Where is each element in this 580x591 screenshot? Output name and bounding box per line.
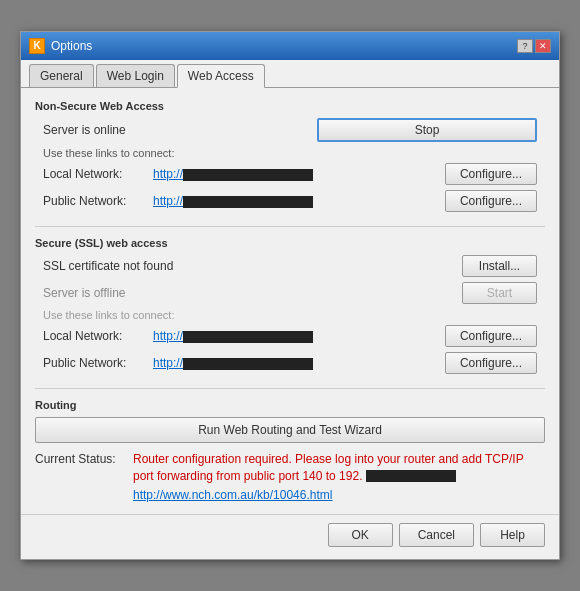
divider-1 xyxy=(35,226,545,227)
ssl-public-link[interactable]: http:// xyxy=(153,356,313,370)
routing-status-text: Router configuration required. Please lo… xyxy=(133,452,523,483)
configure-local-button[interactable]: Configure... xyxy=(445,163,537,185)
ssl-links-label: Use these links to connect: xyxy=(43,309,537,321)
configure-public-button[interactable]: Configure... xyxy=(445,190,537,212)
ssl-cert-label: SSL certificate not found xyxy=(43,259,243,273)
public-network-label: Public Network: xyxy=(43,194,153,208)
title-bar: K Options ? ✕ xyxy=(21,32,559,60)
divider-2 xyxy=(35,388,545,389)
local-network-link[interactable]: http:// xyxy=(153,167,313,181)
ssl-public-row: Public Network: http:// Configure... xyxy=(43,352,537,374)
tab-weblogin[interactable]: Web Login xyxy=(96,64,175,87)
local-network-row: Local Network: http:// Configure... xyxy=(43,163,537,185)
server-status-label: Server is online xyxy=(43,123,153,137)
ok-button[interactable]: OK xyxy=(328,523,393,547)
redacted-4 xyxy=(183,358,313,370)
cancel-button[interactable]: Cancel xyxy=(399,523,474,547)
help-button[interactable]: Help xyxy=(480,523,545,547)
redacted-1 xyxy=(183,169,313,181)
secure-section: Secure (SSL) web access SSL certificate … xyxy=(35,237,545,374)
options-dialog: K Options ? ✕ General Web Login Web Acce… xyxy=(20,31,560,561)
ssl-configure-public-button[interactable]: Configure... xyxy=(445,352,537,374)
local-network-label: Local Network: xyxy=(43,167,153,181)
stop-button[interactable]: Stop xyxy=(317,118,537,142)
ssl-configure-local-button[interactable]: Configure... xyxy=(445,325,537,347)
routing-section: Routing Run Web Routing and Test Wizard … xyxy=(35,399,545,503)
ssl-local-label: Local Network: xyxy=(43,329,153,343)
ssl-local-row: Local Network: http:// Configure... xyxy=(43,325,537,347)
server-status-row: Server is online Stop xyxy=(43,118,537,142)
tab-bar: General Web Login Web Access xyxy=(21,60,559,88)
routing-status-row: Current Status: Router configuration req… xyxy=(35,451,545,503)
tab-webaccess[interactable]: Web Access xyxy=(177,64,265,88)
secure-title: Secure (SSL) web access xyxy=(35,237,545,249)
routing-wizard-button[interactable]: Run Web Routing and Test Wizard xyxy=(35,417,545,443)
ssl-server-label: Server is offline xyxy=(43,286,153,300)
ssl-server-row: Server is offline Start xyxy=(43,282,537,304)
dialog-footer: OK Cancel Help xyxy=(21,514,559,559)
ssl-local-link[interactable]: http:// xyxy=(153,329,313,343)
app-icon: K xyxy=(29,38,45,54)
close-button[interactable]: ✕ xyxy=(535,39,551,53)
start-button[interactable]: Start xyxy=(462,282,537,304)
redacted-3 xyxy=(183,331,313,343)
links-label: Use these links to connect: xyxy=(43,147,537,159)
redacted-ip xyxy=(366,470,456,482)
public-network-row: Public Network: http:// Configure... xyxy=(43,190,537,212)
public-network-link[interactable]: http:// xyxy=(153,194,313,208)
window-title: Options xyxy=(51,39,92,53)
install-button[interactable]: Install... xyxy=(462,255,537,277)
help-title-button[interactable]: ? xyxy=(517,39,533,53)
current-status-label: Current Status: xyxy=(35,451,125,466)
ssl-public-label: Public Network: xyxy=(43,356,153,370)
content-area: Non-Secure Web Access Server is online S… xyxy=(21,88,559,515)
routing-title: Routing xyxy=(35,399,545,411)
redacted-2 xyxy=(183,196,313,208)
non-secure-section: Non-Secure Web Access Server is online S… xyxy=(35,100,545,212)
ssl-cert-row: SSL certificate not found Install... xyxy=(43,255,537,277)
tab-general[interactable]: General xyxy=(29,64,94,87)
routing-help-link[interactable]: http://www.nch.com.au/kb/10046.html xyxy=(133,488,545,502)
non-secure-title: Non-Secure Web Access xyxy=(35,100,545,112)
